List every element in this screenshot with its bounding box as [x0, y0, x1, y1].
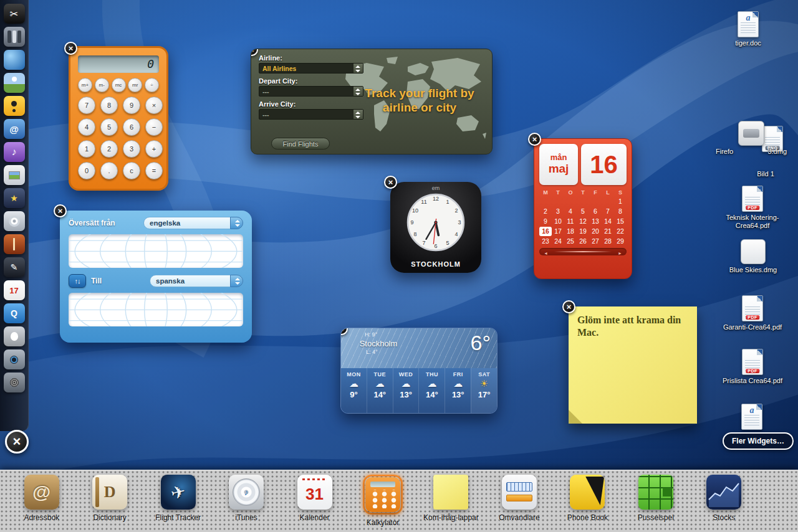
airline-select[interactable]: All Airlines	[259, 63, 363, 74]
dock-item-pusselspel[interactable]: Pusselspel	[622, 475, 690, 522]
photos-icon[interactable]	[4, 165, 25, 185]
calc-8-button[interactable]: 8	[100, 97, 118, 114]
translate-from-label: Översätt från	[69, 219, 115, 227]
calc-9-button[interactable]: 9	[123, 97, 140, 114]
arrive-city-select[interactable]: ---	[259, 109, 363, 120]
cd-icon[interactable]	[4, 211, 25, 231]
dock-item-itunes[interactable]: iTunes	[212, 475, 280, 522]
calc-memory-recall-button[interactable]: mr	[128, 78, 142, 92]
desktop-file-partial[interactable]	[734, 404, 769, 430]
flight-tracker-icon	[161, 475, 196, 510]
dock-item-adressbok[interactable]: Adressbok	[7, 475, 75, 522]
ical-day-number: 17	[9, 286, 18, 295]
guitar-icon[interactable]	[4, 234, 25, 254]
translate-to-row: Till spanska	[69, 274, 243, 288]
dock-item-dictionary[interactable]: Dictionary	[75, 475, 143, 522]
calc-memory-add-button[interactable]: m+	[78, 78, 92, 92]
calc-1-button[interactable]: 1	[78, 140, 95, 158]
arrive-city-label: Arrive City:	[259, 100, 363, 108]
calc-7-button[interactable]: 7	[78, 97, 95, 114]
calc-equals-button[interactable]: =	[145, 162, 163, 179]
dock-item-omvandlare[interactable]: Omvandlare	[485, 475, 553, 522]
calc-add-button[interactable]: +	[145, 140, 163, 158]
depart-city-select[interactable]: ---	[259, 86, 363, 97]
pen-icon[interactable]	[4, 257, 25, 277]
calc-multiply-button[interactable]: ×	[145, 97, 163, 114]
svg-text:8: 8	[413, 231, 416, 237]
calc-memory-subtract-button[interactable]: m-	[95, 78, 109, 92]
calendar-weekday: mån	[550, 153, 567, 162]
source-text-area[interactable]	[69, 234, 243, 268]
pdf-badge: PDF	[746, 315, 759, 320]
aim-icon[interactable]	[4, 96, 25, 116]
imovie-icon[interactable]	[4, 188, 25, 208]
dock-item-kalkylator[interactable]: Kalkylator	[349, 475, 416, 527]
dock-item-stickies[interactable]: Kom-ihåg-lappar	[417, 475, 485, 522]
calc-memory-clear-button[interactable]: mc	[112, 78, 126, 92]
calc-clear-button[interactable]: c	[123, 162, 140, 179]
calc-subtract-button[interactable]: −	[145, 118, 163, 136]
music-icon[interactable]	[4, 142, 25, 162]
desktop-file-prislista-pdf[interactable]: PDF Prislista Crea64.pdf	[717, 349, 788, 385]
close-clock-button[interactable]	[384, 176, 397, 189]
calendar-prev-month-arrow[interactable]	[544, 246, 548, 257]
desktop-file-tiger-doc[interactable]: tiger.doc	[728, 11, 768, 47]
svg-text:7: 7	[422, 240, 425, 246]
quicktime-icon[interactable]	[4, 303, 25, 323]
calc-2-button[interactable]: 2	[100, 140, 118, 158]
desktop-file-blue-skies-dmg[interactable]: Blue Skies.dmg	[723, 239, 783, 274]
calendar-nav-bar	[539, 248, 627, 255]
stock-chart-graphic	[706, 475, 741, 510]
calendar-day-headers: M T O T F L S	[539, 189, 627, 196]
calc-4-button[interactable]: 4	[78, 118, 95, 136]
sticky-note-text[interactable]: Glöm inte att krama din Mac.	[569, 306, 697, 346]
swap-languages-button[interactable]	[69, 274, 86, 288]
aqua-shell-icon[interactable]	[4, 50, 25, 70]
close-calendar-button[interactable]	[528, 133, 541, 146]
calc-3-button[interactable]: 3	[123, 140, 140, 158]
forecast-day: WED 13°	[393, 368, 419, 414]
dashboard-close-button[interactable]	[5, 430, 29, 454]
pdf-file-icon: PDF	[742, 295, 763, 321]
close-translator-button[interactable]	[54, 204, 67, 217]
stocks-icon	[706, 475, 741, 510]
calc-0-button[interactable]: 0	[78, 162, 95, 179]
isight-lens-icon[interactable]	[4, 349, 25, 369]
clock-period: em	[390, 185, 481, 191]
close-calculator-button[interactable]	[64, 42, 77, 55]
mail-icon[interactable]	[4, 119, 25, 139]
unit-converter-icon	[502, 475, 537, 510]
calculator-icon	[365, 477, 400, 512]
weather-city: Stockholm	[349, 339, 408, 348]
find-flights-button[interactable]: Find Flights	[271, 138, 330, 150]
svg-text:12: 12	[433, 196, 439, 202]
dock-item-phone-book[interactable]: Phone Book	[554, 475, 622, 522]
calc-6-button[interactable]: 6	[123, 118, 140, 136]
more-widgets-button[interactable]: Fler Widgets…	[723, 432, 794, 450]
desktop-file-firefox-dmg[interactable]: Firefo 3.dmg	[714, 121, 788, 156]
calc-5-button[interactable]: 5	[100, 118, 118, 136]
speaker-icon[interactable]	[4, 373, 25, 392]
calendar-month: maj	[549, 163, 569, 176]
desktop-file-teknisk-pdf[interactable]: PDF Teknisk Notering-Crea64.pdf	[718, 186, 787, 230]
calendar-next-month-arrow[interactable]	[618, 246, 622, 257]
clamp-tool-icon[interactable]	[4, 27, 25, 47]
scissors-icon[interactable]	[4, 4, 25, 24]
desktop-file-garanti-pdf[interactable]: PDF Garanti-Crea64.pdf	[719, 295, 786, 331]
svg-text:1: 1	[446, 199, 449, 205]
close-stickies-button[interactable]	[562, 300, 575, 313]
picture-icon[interactable]	[4, 73, 25, 93]
dock-item-flight-tracker[interactable]: Flight Tracker	[144, 475, 212, 522]
dock-item-kalender[interactable]: 31 Kalender	[281, 475, 349, 522]
from-language-select[interactable]: engelska	[143, 217, 243, 229]
dock-item-stocks[interactable]: Stocks	[690, 475, 758, 522]
file-label: Garanti-Crea64.pdf	[719, 323, 786, 331]
apple-icon[interactable]	[4, 326, 25, 346]
to-language-select[interactable]: spanska	[150, 275, 243, 287]
calc-decimal-button[interactable]: .	[100, 162, 118, 179]
calc-divide-button[interactable]: ÷	[145, 78, 159, 92]
ical-icon[interactable]: 17	[4, 280, 25, 300]
calendar-header: mån maj 16	[539, 144, 627, 185]
rain-cloud-icon	[401, 378, 411, 390]
translated-text-area[interactable]	[69, 293, 243, 326]
